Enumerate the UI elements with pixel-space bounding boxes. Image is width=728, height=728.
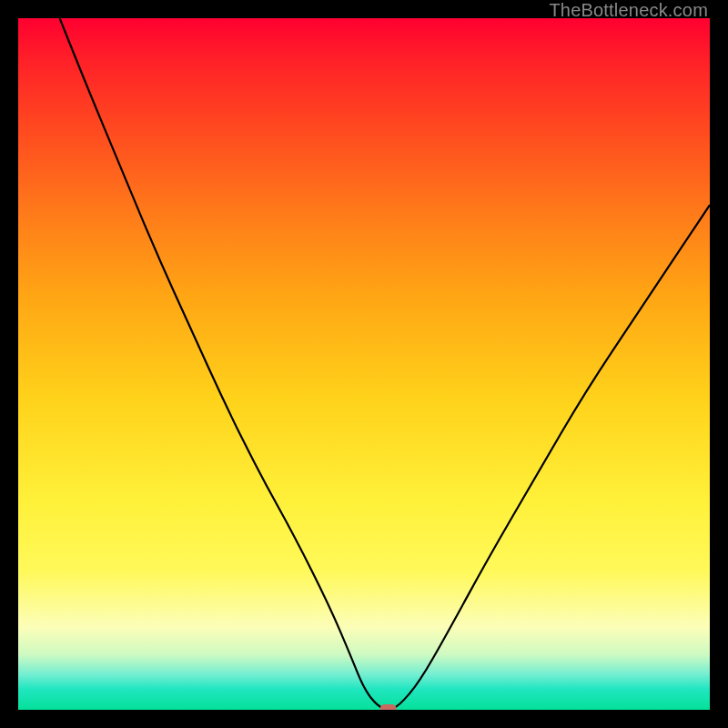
chart-frame: TheBottleneck.com: [0, 0, 728, 728]
curve-svg: [18, 18, 710, 710]
minimum-marker: [380, 704, 397, 710]
bottleneck-curve: [60, 18, 710, 709]
plot-area: [18, 18, 710, 710]
